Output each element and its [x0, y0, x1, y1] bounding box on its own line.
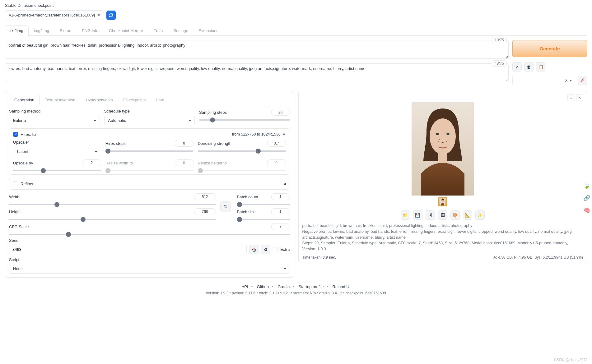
tab-train[interactable]: Train — [148, 25, 168, 35]
output-thumbnail[interactable] — [438, 197, 447, 206]
dice-icon[interactable]: 🎲 — [249, 245, 259, 254]
svg-point-5 — [445, 139, 445, 139]
upscale-by-slider[interactable] — [13, 170, 101, 171]
denoise-value[interactable]: 0.7 — [267, 140, 286, 147]
refiner-checkbox[interactable] — [13, 181, 18, 186]
float-link-icon[interactable]: 🔗 — [583, 195, 590, 201]
trash-icon[interactable]: 🗑 — [524, 62, 534, 71]
upscaler-dropdown[interactable]: Latent — [13, 147, 101, 156]
refiner-panel: Refiner ◀ — [9, 178, 290, 190]
generate-button[interactable]: Generate — [512, 40, 587, 57]
svg-point-1 — [430, 118, 456, 154]
script-dropdown[interactable]: None — [9, 264, 290, 274]
zip-icon[interactable]: 🗄 — [426, 210, 435, 220]
styles-dropdown[interactable]: ✕▼ — [512, 76, 575, 85]
hires-collapse-icon[interactable]: ▼ — [282, 132, 286, 136]
subtab-textual-inversion[interactable]: Textual Inversion — [40, 95, 81, 105]
output-prompt-echo: portrait of beautiful girl, brown hair, … — [302, 223, 583, 229]
hires-steps-slider[interactable] — [105, 150, 193, 152]
link-reload-ui[interactable]: Reload UI — [333, 284, 351, 289]
output-panel: ⤓ ✕ 📁 💾 — [298, 91, 587, 263]
send-inpaint-icon[interactable]: 🎨 — [450, 210, 460, 220]
hires-steps-label: Hires steps — [105, 141, 126, 146]
subtab-generation[interactable]: Generation — [9, 95, 40, 105]
height-label: Height — [9, 210, 21, 214]
cfg-value[interactable]: 7 — [271, 223, 290, 230]
refresh-checkpoint-icon[interactable] — [106, 11, 116, 20]
cfg-label: CFG Scale — [9, 224, 29, 229]
main-tabs: txt2img img2img Extras PNG Info Checkpoi… — [5, 25, 587, 36]
footer-links: API• Github• Gradio• Startup profile• Re… — [5, 284, 587, 289]
hires-fix-checkbox[interactable]: ✓ — [13, 132, 18, 137]
float-leaf-icon[interactable]: 🍃 — [583, 182, 590, 189]
floating-icons: 🍃 🔗 🧠 — [583, 182, 590, 214]
tab-img2img[interactable]: img2img — [29, 25, 54, 35]
svg-point-8 — [438, 141, 439, 142]
height-value[interactable]: 768 — [194, 208, 216, 215]
swap-dimensions-icon[interactable]: ⇅ — [220, 201, 231, 212]
folder-icon[interactable]: 📁 — [401, 210, 410, 220]
tab-txt2img[interactable]: txt2img — [5, 25, 29, 35]
batch-count-slider[interactable] — [237, 204, 290, 205]
checkpoint-dropdown[interactable]: v1-5-pruned-emaonly.safetensors [6ce0161… — [5, 10, 104, 20]
resize-w-slider[interactable] — [105, 170, 193, 171]
cfg-slider[interactable] — [9, 234, 290, 235]
tab-extensions[interactable]: Extensions — [193, 25, 224, 35]
batch-size-value[interactable]: 1 — [271, 208, 290, 215]
clipboard-icon[interactable]: 📋 — [536, 62, 545, 71]
link-gradio[interactable]: Gradio — [277, 284, 290, 289]
link-startup-profile[interactable]: Startup profile — [298, 284, 324, 289]
subtab-hypernetworks[interactable]: Hypernetworks — [81, 95, 118, 105]
width-value[interactable]: 512 — [194, 193, 216, 200]
upscale-by-value[interactable]: 2 — [82, 159, 101, 166]
prompt-token-count: 19/75 — [492, 37, 507, 43]
save-icon[interactable]: 💾 — [413, 210, 422, 220]
upscale-icon[interactable]: ✨ — [475, 210, 485, 220]
tab-checkpoint-merger[interactable]: Checkpoint Merger — [104, 25, 148, 35]
seed-extra-label: Extra — [280, 247, 290, 252]
width-slider[interactable] — [9, 204, 216, 205]
svg-point-7 — [446, 141, 447, 142]
download-icon[interactable]: ⤓ — [567, 94, 574, 101]
edit-styles-icon[interactable]: 🖉 — [578, 76, 587, 85]
resize-h-slider[interactable] — [198, 170, 286, 171]
tab-extras[interactable]: Extras — [54, 25, 77, 35]
denoise-slider[interactable] — [198, 150, 286, 152]
close-output-icon[interactable]: ✕ — [576, 94, 583, 101]
sampling-steps-value[interactable]: 20 — [271, 109, 290, 116]
recycle-icon[interactable]: ♻ — [261, 245, 270, 254]
resize-h-value[interactable]: 0 — [267, 159, 286, 166]
send-extras-icon[interactable]: 📐 — [463, 210, 472, 220]
height-slider[interactable] — [9, 219, 216, 220]
width-label: Width — [9, 195, 19, 199]
arrow-tool-icon[interactable]: ↙ — [512, 62, 522, 71]
hires-steps-value[interactable]: 0 — [175, 140, 193, 147]
upscale-by-label: Upscale by — [13, 161, 33, 165]
schedule-type-label: Schedule type — [104, 109, 195, 113]
float-brain-icon[interactable]: 🧠 — [583, 207, 590, 214]
time-taken-value: 3.9 sec. — [323, 255, 336, 260]
negative-prompt-input[interactable] — [5, 63, 509, 82]
denoise-label: Denoising strength — [198, 141, 231, 146]
schedule-type-dropdown[interactable]: Automatic — [104, 116, 195, 125]
script-label: Script — [9, 257, 290, 262]
seed-extra-checkbox[interactable] — [273, 247, 278, 252]
svg-rect-9 — [438, 152, 447, 164]
prompt-input[interactable] — [5, 40, 509, 59]
refiner-expand-icon[interactable]: ◀ — [283, 182, 286, 186]
tab-settings[interactable]: Settings — [168, 25, 193, 35]
seed-input[interactable] — [9, 245, 247, 254]
batch-size-slider[interactable] — [237, 219, 290, 220]
link-github[interactable]: Github — [257, 284, 269, 289]
resize-w-value[interactable]: 0 — [175, 159, 193, 166]
subtab-checkpoints[interactable]: Checkpoints — [118, 95, 151, 105]
sampling-method-dropdown[interactable]: Euler a — [9, 116, 100, 125]
tab-pnginfo[interactable]: PNG Info — [77, 25, 104, 35]
hires-from-to: from 512x768 to 1024x1536 — [232, 132, 281, 136]
subtab-lora[interactable]: Lora — [151, 95, 170, 105]
sampling-steps-slider[interactable] — [199, 119, 290, 121]
link-api[interactable]: API — [242, 284, 248, 289]
output-image[interactable] — [412, 102, 474, 196]
send-img2img-icon[interactable]: 🖼 — [438, 210, 447, 220]
batch-count-value[interactable]: 1 — [271, 193, 290, 200]
